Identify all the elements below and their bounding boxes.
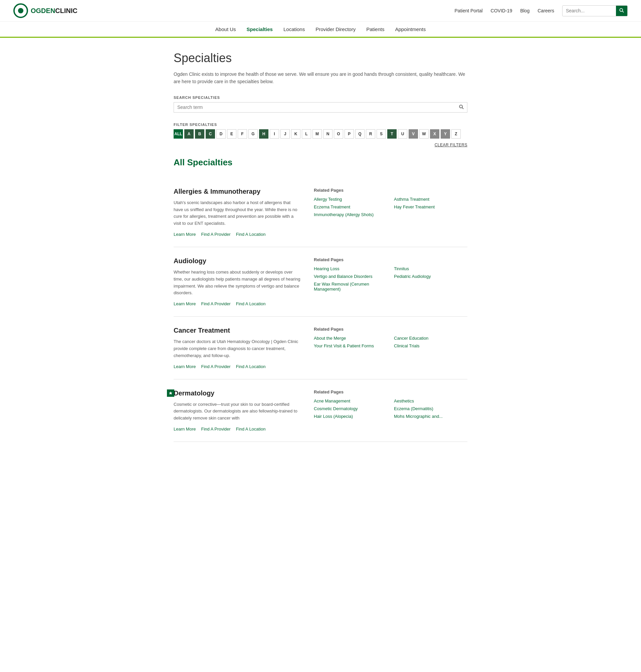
learn-more-dermatology[interactable]: Learn More	[174, 427, 196, 431]
specialty-desc-dermatology: Cosmetic or corrective—trust your skin t…	[174, 401, 300, 422]
related-aesthetics[interactable]: Aesthetics	[394, 399, 467, 403]
filter-btn-g[interactable]: G	[248, 129, 258, 139]
related-asthma-treatment[interactable]: Asthma Treatment	[394, 197, 467, 202]
learn-more-audiology[interactable]: Learn More	[174, 301, 196, 306]
specialty-item-allergies: Allergies & Immunotherapy Utah's scenic …	[174, 178, 467, 247]
nav-covid19[interactable]: COVID-19	[491, 8, 513, 13]
find-location-dermatology[interactable]: Find A Location	[236, 427, 266, 431]
learn-more-cancer[interactable]: Learn More	[174, 364, 196, 369]
related-cancer-education[interactable]: Cancer Education	[394, 336, 467, 341]
related-pages-grid-dermatology: Acne Management Aesthetics Cosmetic Derm…	[314, 399, 467, 419]
related-vertigo[interactable]: Vertigo and Balance Disorders	[314, 274, 387, 279]
related-hay-fever[interactable]: Hay Fever Treatment	[394, 204, 467, 210]
filter-btn-l[interactable]: L	[302, 129, 311, 139]
find-provider-dermatology[interactable]: Find A Provider	[201, 427, 230, 431]
filter-btn-s[interactable]: S	[377, 129, 386, 139]
filter-btn-v[interactable]: V	[409, 129, 418, 139]
related-immunotherapy[interactable]: Immunotherapy (Allergy Shots)	[314, 212, 387, 217]
star-badge-dermatology	[167, 389, 174, 397]
filter-btn-q[interactable]: Q	[355, 129, 365, 139]
specialty-right-allergies: Related Pages Allergy Testing Asthma Tre…	[314, 188, 467, 237]
related-mohs[interactable]: Mohs Micrographic and...	[394, 414, 467, 419]
related-allergy-testing[interactable]: Allergy Testing	[314, 197, 387, 202]
filter-btn-y[interactable]: Y	[441, 129, 450, 139]
filter-btn-t[interactable]: T	[387, 129, 397, 139]
filter-btn-u[interactable]: U	[398, 129, 407, 139]
page-description: Ogden Clinic exists to improve the healt…	[174, 70, 467, 85]
filter-btn-e[interactable]: E	[227, 129, 236, 139]
star-icon	[168, 391, 173, 395]
header-search	[562, 5, 628, 16]
nav-careers[interactable]: Careers	[537, 8, 554, 13]
nav-specialties[interactable]: Specialties	[247, 26, 273, 32]
filter-btn-j[interactable]: J	[281, 129, 290, 139]
filter-btn-d[interactable]: D	[216, 129, 226, 139]
related-pages-grid-cancer: About the Merge Cancer Education Your Fi…	[314, 336, 467, 348]
related-pages-label-audiology: Related Pages	[314, 257, 467, 262]
page-title: Specialties	[174, 51, 467, 65]
filter-btn-k[interactable]: K	[291, 129, 300, 139]
related-hair-loss[interactable]: Hair Loss (Alopecia)	[314, 414, 387, 419]
top-nav: Patient Portal COVID-19 Blog Careers	[455, 5, 628, 16]
related-first-visit[interactable]: Your First Visit & Patient Forms	[314, 343, 387, 348]
search-specialties-button[interactable]	[459, 105, 464, 110]
find-location-allergies[interactable]: Find A Location	[236, 232, 266, 237]
find-provider-cancer[interactable]: Find A Provider	[201, 364, 230, 369]
related-hearing-loss[interactable]: Hearing Loss	[314, 266, 387, 271]
related-acne-management[interactable]: Acne Management	[314, 399, 387, 403]
header-search-input[interactable]	[562, 6, 616, 15]
header-search-button[interactable]	[616, 6, 627, 16]
filter-btn-m[interactable]: M	[313, 129, 322, 139]
filter-btn-b[interactable]: B	[195, 129, 204, 139]
nav-locations[interactable]: Locations	[284, 26, 305, 32]
filter-btn-o[interactable]: O	[334, 129, 343, 139]
related-pediatric-audiology[interactable]: Pediatric Audiology	[394, 274, 467, 279]
nav-provider-directory[interactable]: Provider Directory	[315, 26, 356, 32]
clear-filters-link[interactable]: CLEAR FILTERS	[435, 143, 467, 147]
filter-btn-i[interactable]: I	[270, 129, 279, 139]
find-provider-audiology[interactable]: Find A Provider	[201, 301, 230, 306]
filter-btn-p[interactable]: P	[344, 129, 354, 139]
filter-btn-r[interactable]: R	[366, 129, 375, 139]
svg-marker-6	[169, 391, 172, 395]
logo[interactable]: OGDENCLINIC	[13, 3, 78, 18]
nav-appointments[interactable]: Appointments	[395, 26, 426, 32]
filter-btn-z[interactable]: Z	[451, 129, 461, 139]
specialty-left-audiology: Audiology Whether hearing loss comes abo…	[174, 257, 300, 306]
related-cosmetic-dermatology[interactable]: Cosmetic Dermatology	[314, 406, 387, 411]
find-provider-allergies[interactable]: Find A Provider	[201, 232, 230, 237]
related-about-merge[interactable]: About the Merge	[314, 336, 387, 341]
specialty-left-allergies: Allergies & Immunotherapy Utah's scenic …	[174, 188, 300, 237]
related-pages-label-allergies: Related Pages	[314, 188, 467, 193]
related-tinnitus[interactable]: Tinnitus	[394, 266, 467, 271]
related-pages-label-cancer: Related Pages	[314, 327, 467, 332]
nav-about-us[interactable]: About Us	[215, 26, 236, 32]
specialty-item-audiology: Audiology Whether hearing loss comes abo…	[174, 247, 467, 317]
svg-point-1	[18, 8, 23, 13]
specialty-item-dermatology: Dermatology Cosmetic or corrective—trust…	[174, 379, 467, 442]
nav-patients[interactable]: Patients	[366, 26, 384, 32]
related-eczema-treatment[interactable]: Eczema Treatment	[314, 204, 387, 210]
filter-btn-all[interactable]: ALL	[174, 129, 183, 139]
search-specialties-input[interactable]	[177, 105, 459, 110]
nav-blog[interactable]: Blog	[520, 8, 530, 13]
find-location-audiology[interactable]: Find A Location	[236, 301, 266, 306]
specialty-name-allergies: Allergies & Immunotherapy	[174, 188, 300, 196]
filter-btn-a[interactable]: A	[184, 129, 194, 139]
filter-btn-n[interactable]: N	[323, 129, 332, 139]
logo-text: OGDENCLINIC	[31, 7, 78, 15]
related-eczema-dermatitis[interactable]: Eczema (Dermatitis)	[394, 406, 467, 411]
learn-more-allergies[interactable]: Learn More	[174, 232, 196, 237]
filter-btn-f[interactable]: F	[238, 129, 247, 139]
filter-btn-h[interactable]: H	[259, 129, 269, 139]
search-icon	[619, 8, 624, 13]
filter-specialties-label: FILTER SPECIALTIES	[174, 123, 467, 126]
specialty-left-dermatology: Dermatology Cosmetic or corrective—trust…	[174, 389, 300, 431]
find-location-cancer[interactable]: Find A Location	[236, 364, 266, 369]
filter-btn-x[interactable]: X	[430, 129, 439, 139]
filter-btn-w[interactable]: W	[419, 129, 429, 139]
related-ear-wax[interactable]: Ear Wax Removal (Cerumen Management)	[314, 282, 387, 292]
related-clinical-trials[interactable]: Clinical Trials	[394, 343, 467, 348]
filter-btn-c[interactable]: C	[206, 129, 215, 139]
nav-patient-portal[interactable]: Patient Portal	[455, 8, 483, 13]
